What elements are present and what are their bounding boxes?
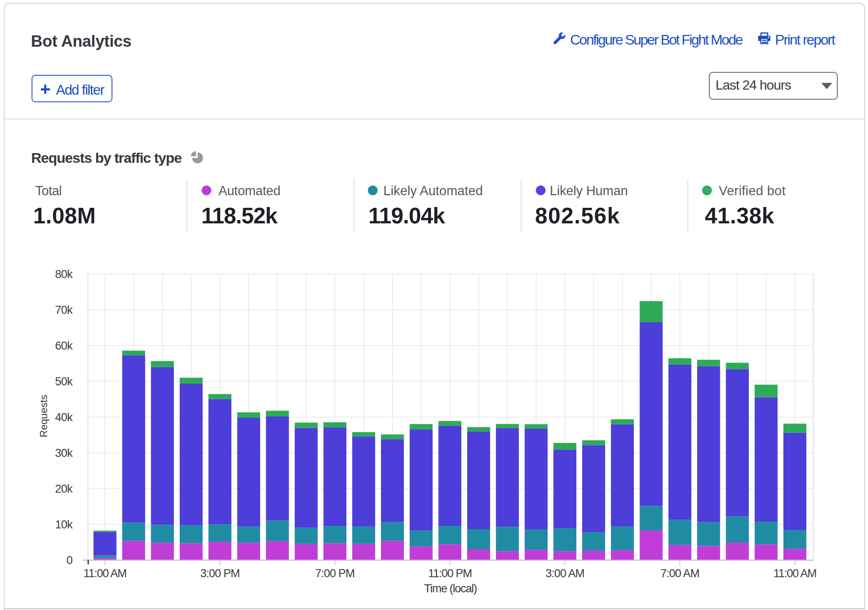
svg-text:40k: 40k	[55, 411, 73, 424]
svg-text:7:00 AM: 7:00 AM	[660, 567, 699, 580]
svg-text:11:00 AM: 11:00 AM	[773, 567, 816, 580]
svg-text:7:00 PM: 7:00 PM	[315, 567, 355, 580]
svg-text:50k: 50k	[55, 375, 73, 388]
svg-text:Time (local): Time (local)	[424, 582, 477, 595]
svg-text:70k: 70k	[55, 304, 73, 316]
svg-text:11:00 PM: 11:00 PM	[428, 567, 472, 580]
svg-text:0: 0	[67, 554, 72, 567]
svg-text:60k: 60k	[55, 339, 73, 352]
svg-text:3:00 AM: 3:00 AM	[546, 567, 584, 580]
svg-text:3:00 PM: 3:00 PM	[200, 567, 240, 580]
svg-text:Requests: Requests	[38, 395, 49, 437]
svg-text:30k: 30k	[55, 447, 73, 459]
svg-text:20k: 20k	[55, 483, 73, 495]
svg-text:11:00 AM: 11:00 AM	[83, 567, 126, 580]
svg-text:10k: 10k	[55, 518, 73, 531]
svg-text:80k: 80k	[55, 268, 73, 281]
